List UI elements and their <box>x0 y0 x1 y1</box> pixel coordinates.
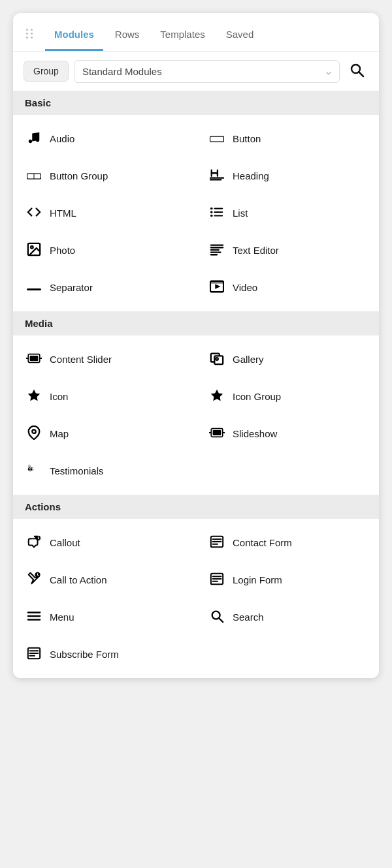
module-item-icon-group[interactable]: Icon Group <box>196 378 379 415</box>
tab-templates[interactable]: Templates <box>151 25 214 51</box>
actions-module-grid: Callout Contact Form <box>13 519 379 678</box>
section-header-basic: Basic <box>13 91 379 115</box>
callout-icon <box>26 535 42 551</box>
select-value: Standard Modules <box>82 66 162 77</box>
search-button[interactable] <box>345 59 368 83</box>
module-item-text-editor[interactable]: Text Editor <box>196 232 379 269</box>
svg-point-10 <box>210 208 213 210</box>
modules-panel: Modules Rows Templates Saved Group Stand… <box>13 13 379 678</box>
svg-rect-13 <box>214 211 223 213</box>
module-item-photo[interactable]: Photo <box>13 232 196 269</box>
module-label-map: Map <box>50 428 69 439</box>
svg-text:“: “ <box>27 465 33 477</box>
module-item-menu[interactable]: Menu <box>13 598 196 636</box>
module-item-html[interactable]: HTML <box>13 194 196 232</box>
drag-handle <box>26 29 33 48</box>
module-label-contact-form: Contact Form <box>233 537 292 548</box>
group-button[interactable]: Group <box>24 61 69 82</box>
svg-point-36 <box>32 429 36 433</box>
content-slider-icon <box>26 352 42 366</box>
module-label-list: List <box>233 208 248 219</box>
module-item-audio[interactable]: Audio <box>13 120 196 157</box>
module-item-subscribe-form[interactable]: Subscribe Form <box>13 636 196 673</box>
search-module-icon <box>209 609 225 625</box>
module-label-login-form: Login Form <box>233 574 282 585</box>
module-label-heading: Heading <box>233 170 269 181</box>
tab-rows[interactable]: Rows <box>106 25 149 51</box>
tab-saved[interactable]: Saved <box>217 25 263 51</box>
button-group-icon <box>26 170 42 183</box>
photo-icon <box>26 242 42 258</box>
media-module-grid: Content Slider Gallery Icon <box>13 335 379 495</box>
tab-modules[interactable]: Modules <box>45 25 103 51</box>
basic-module-grid: Audio Button Button Group <box>13 115 379 311</box>
menu-icon <box>26 609 42 625</box>
section-header-media: Media <box>13 311 379 335</box>
module-item-button[interactable]: Button <box>196 120 379 157</box>
nav-tabs: Modules Rows Templates Saved <box>13 13 379 52</box>
video-icon <box>209 279 225 296</box>
subscribe-form-icon <box>26 646 42 662</box>
module-label-separator: Separator <box>50 282 93 293</box>
module-item-testimonials[interactable]: “ Testimonials <box>13 452 196 489</box>
svg-rect-11 <box>214 208 223 209</box>
text-editor-icon <box>209 242 225 258</box>
html-icon <box>26 205 42 221</box>
module-label-call-to-action: Call to Action <box>50 574 107 585</box>
toolbar: Group Standard Modules ⌵ <box>13 52 379 91</box>
svg-rect-15 <box>214 215 223 217</box>
module-item-search[interactable]: Search <box>196 598 379 636</box>
svg-point-12 <box>210 211 213 213</box>
svg-line-1 <box>359 72 364 77</box>
testimonials-icon: “ <box>26 463 42 479</box>
module-label-video: Video <box>233 282 257 293</box>
module-item-heading[interactable]: Heading <box>196 157 379 194</box>
module-item-call-to-action[interactable]: Call to Action <box>13 561 196 598</box>
module-group-select[interactable]: Standard Modules ⌵ <box>74 60 340 83</box>
module-label-icon-group: Icon Group <box>233 391 281 402</box>
slideshow-icon <box>209 427 225 441</box>
module-label-slideshow: Slideshow <box>233 428 277 439</box>
module-label-audio: Audio <box>50 133 74 144</box>
module-item-slideshow[interactable]: Slideshow <box>196 415 379 452</box>
module-label-photo: Photo <box>50 245 75 256</box>
module-label-subscribe-form: Subscribe Form <box>50 649 119 660</box>
button-icon <box>209 132 225 146</box>
music-icon <box>26 131 42 147</box>
module-label-gallery: Gallery <box>233 354 264 365</box>
svg-rect-23 <box>27 288 41 290</box>
module-item-list[interactable]: List <box>196 194 379 232</box>
module-item-gallery[interactable]: Gallery <box>196 341 379 378</box>
separator-icon <box>26 281 42 294</box>
module-item-icon[interactable]: Icon <box>13 378 196 415</box>
module-label-text-editor: Text Editor <box>233 245 279 256</box>
module-label-search: Search <box>233 612 264 623</box>
gallery-icon <box>209 351 225 367</box>
module-label-button: Button <box>233 133 261 144</box>
module-item-callout[interactable]: Callout <box>13 524 196 561</box>
module-label-html: HTML <box>50 208 76 219</box>
svg-point-14 <box>210 215 213 217</box>
svg-rect-40 <box>213 430 221 435</box>
search-icon <box>349 62 365 78</box>
call-to-action-icon <box>26 572 42 588</box>
svg-marker-25 <box>215 284 220 288</box>
module-item-button-group[interactable]: Button Group <box>13 157 196 194</box>
module-item-contact-form[interactable]: Contact Form <box>196 524 379 561</box>
module-item-map[interactable]: Map <box>13 415 196 452</box>
svg-line-56 <box>219 618 223 622</box>
login-form-icon <box>209 572 225 588</box>
module-label-icon: Icon <box>50 391 68 402</box>
module-item-separator[interactable]: Separator <box>13 269 196 306</box>
svg-rect-30 <box>30 356 39 361</box>
section-header-actions: Actions <box>13 495 379 519</box>
module-label-content-slider: Content Slider <box>50 354 112 365</box>
svg-marker-34 <box>28 390 40 401</box>
module-item-content-slider[interactable]: Content Slider <box>13 341 196 378</box>
module-item-login-form[interactable]: Login Form <box>196 561 379 598</box>
contact-form-icon <box>209 535 225 551</box>
module-label-menu: Menu <box>50 612 74 623</box>
module-item-video[interactable]: Video <box>196 269 379 306</box>
module-label-testimonials: Testimonials <box>50 465 104 476</box>
module-label-button-group: Button Group <box>50 170 108 181</box>
